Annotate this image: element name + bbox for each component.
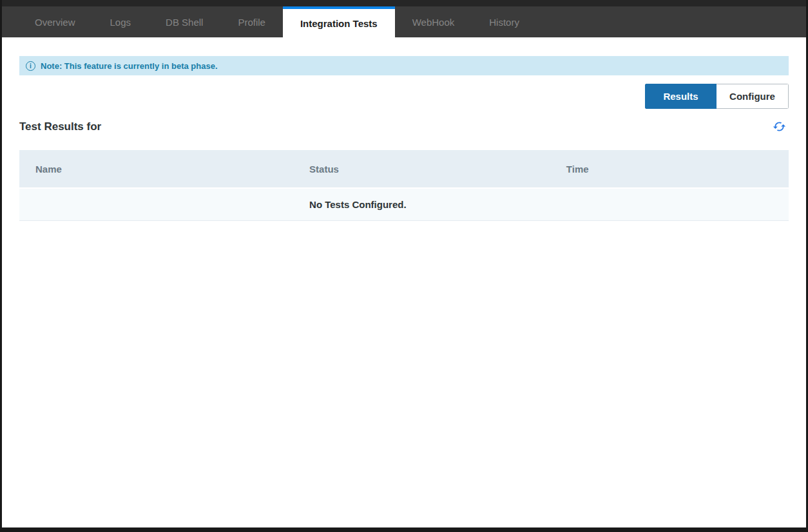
column-header-time: Time bbox=[550, 164, 789, 175]
beta-note-banner: i Note: This feature is currently in bet… bbox=[19, 56, 789, 75]
view-toggle-group: Results Configure bbox=[645, 84, 789, 109]
tab-history[interactable]: History bbox=[472, 6, 537, 37]
tab-overview[interactable]: Overview bbox=[17, 6, 93, 37]
column-header-name: Name bbox=[19, 164, 293, 175]
main-tab-bar: Overview Logs DB Shell Profile Integrati… bbox=[2, 6, 806, 37]
tab-webhook[interactable]: WebHook bbox=[395, 6, 472, 37]
refresh-button[interactable] bbox=[773, 120, 786, 133]
test-results-table: Name Status Time No Tests Configured. bbox=[19, 150, 789, 221]
tab-db-shell[interactable]: DB Shell bbox=[148, 6, 220, 37]
refresh-icon bbox=[773, 120, 786, 133]
results-button[interactable]: Results bbox=[645, 84, 717, 109]
app-window: Overview Logs DB Shell Profile Integrati… bbox=[0, 0, 808, 532]
view-toggle-row: Results Configure bbox=[19, 84, 789, 109]
empty-state-text: No Tests Configured. bbox=[309, 199, 407, 210]
column-header-status: Status bbox=[293, 164, 550, 175]
configure-button[interactable]: Configure bbox=[717, 84, 789, 109]
beta-note-text: Note: This feature is currently in beta … bbox=[41, 61, 218, 71]
window-top-strip bbox=[2, 0, 806, 6]
tab-logs[interactable]: Logs bbox=[93, 6, 149, 37]
heading-row: Test Results for bbox=[19, 120, 789, 133]
table-empty-row: No Tests Configured. bbox=[19, 187, 789, 221]
table-header-row: Name Status Time bbox=[19, 150, 789, 187]
info-circle-icon: i bbox=[26, 61, 35, 71]
tab-integration-tests[interactable]: Integration Tests bbox=[283, 6, 395, 37]
tab-profile[interactable]: Profile bbox=[220, 6, 283, 37]
page-title: Test Results for bbox=[19, 120, 101, 133]
empty-state-message: No Tests Configured. bbox=[293, 199, 550, 211]
